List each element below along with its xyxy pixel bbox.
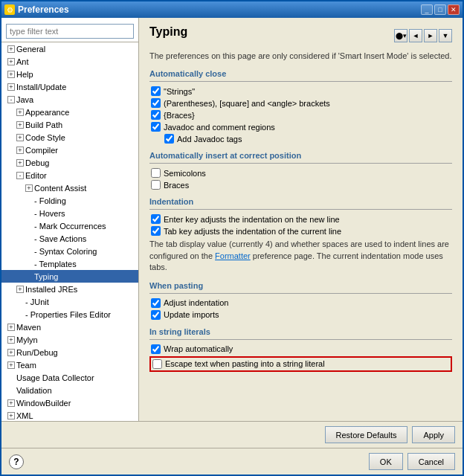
checkbox-javadoc-tags-label: Add Javadoc tags [177,135,242,144]
expand-icon-compiler: + [16,147,24,154]
sidebar-item-hovers[interactable]: - Hovers [1,207,138,219]
close-button[interactable]: ✕ [448,4,460,15]
checkbox-parens-label: (Parentheses), [square] and <angle> brac… [164,99,330,108]
sidebar-label-code-style: Code Style [25,133,65,142]
checkbox-braces-input[interactable] [151,110,161,120]
cancel-button[interactable]: Cancel [407,453,455,470]
sidebar-item-mylyn[interactable]: + Mylyn [1,333,138,346]
nav-buttons: ⬤▾ ◄ ► ▼ [394,29,452,42]
apply-button[interactable]: Apply [412,426,455,443]
sidebar-item-content-assist[interactable]: + Content Assist [1,181,138,194]
sidebar-label-mylyn: Mylyn [16,335,38,344]
sidebar-item-templates[interactable]: - Templates [1,257,138,270]
checkbox-adjust-indentation-input[interactable] [151,298,161,308]
sidebar-label-build-path: Build Path [25,120,62,129]
expand-icon-xml: + [7,412,15,419]
window-title: Preferences [18,4,418,15]
sidebar-item-typing[interactable]: Typing [1,270,138,283]
forward2-button[interactable]: ► [424,29,437,42]
checkbox-javadoc: Javadoc and comment regions [149,122,452,132]
sidebar-item-code-style[interactable]: + Code Style [1,131,138,144]
sidebar-label-help: Help [16,70,33,79]
checkbox-enter-key-input[interactable] [151,214,161,224]
sidebar-item-appearance[interactable]: + Appearance [1,106,138,118]
sidebar-item-usage-data[interactable]: Usage Data Collector [1,371,138,384]
expand-icon-general: + [7,45,15,53]
sidebar-label-xml: XML [16,411,33,420]
action-bar: Restore Defaults Apply [1,421,463,448]
back-button[interactable]: ⬤▾ [394,29,407,42]
checkbox-escape-text-input[interactable] [152,359,162,369]
sidebar-item-compiler[interactable]: + Compiler [1,144,138,156]
sidebar-label-debug: Debug [25,158,49,167]
sidebar-label-properties: - Properties Files Editor [25,310,111,319]
sidebar-item-syntax-coloring[interactable]: - Syntax Coloring [1,245,138,257]
main-area: + General + Ant + Help + Install/Update … [1,18,463,421]
sidebar-label-mark-occurrences: - Mark Occurrences [34,222,106,231]
sidebar-item-installed-jres[interactable]: + Installed JREs [1,283,138,295]
checkbox-parens-input[interactable] [151,98,161,108]
sidebar-item-folding[interactable]: - Folding [1,194,138,207]
sidebar-item-help[interactable]: + Help [1,68,138,80]
formatter-link[interactable]: Formatter [215,251,251,260]
sidebar-item-java[interactable]: - Java [1,93,138,106]
checkbox-javadoc-label: Javadoc and comment regions [164,123,275,132]
checkbox-semicolons-label: Semicolons [164,169,206,178]
help-button[interactable]: ? [9,454,24,469]
dropdown-button[interactable]: ▼ [439,29,452,42]
sidebar-label-compiler: Compiler [25,146,58,155]
sidebar-label-editor: Editor [25,171,47,180]
when-pasting-label: When pasting [149,281,452,290]
forward-button[interactable]: ◄ [409,29,422,42]
checkbox-javadoc-input[interactable] [151,122,161,132]
checkbox-update-imports-input[interactable] [151,310,161,320]
checkbox-semicolons-input[interactable] [151,168,161,178]
checkbox-update-imports: Update imports [149,310,452,320]
description-text: The preferences on this page are only co… [149,51,452,62]
sidebar-item-build-path[interactable]: + Build Path [1,118,138,131]
sidebar-item-maven[interactable]: + Maven [1,321,138,333]
sidebar-item-install-update[interactable]: + Install/Update [1,80,138,93]
maximize-button[interactable]: □ [434,4,446,15]
sidebar-item-run-debug[interactable]: + Run/Debug [1,346,138,358]
ok-button[interactable]: OK [369,453,403,470]
checkbox-escape-text-row: Escape text when pasting into a string l… [149,356,452,372]
checkbox-wrap-automatically-input[interactable] [151,344,161,354]
sidebar-item-team[interactable]: + Team [1,358,138,371]
sidebar-label-maven: Maven [16,323,41,332]
checkbox-tab-key: Tab key adjusts the indentation of the c… [149,226,452,236]
expand-icon-help: + [7,71,15,78]
sidebar-item-general[interactable]: + General [1,42,138,55]
sidebar: + General + Ant + Help + Install/Update … [1,18,139,421]
expand-icon-editor: - [16,172,24,179]
sidebar-label-validation: Validation [16,386,52,395]
sidebar-label-appearance: Appearance [25,108,69,117]
sidebar-item-mark-occurrences[interactable]: - Mark Occurrences [1,219,138,232]
sidebar-item-xml[interactable]: + XML [1,409,138,421]
expand-icon-debug: + [16,159,24,167]
restore-defaults-button[interactable]: Restore Defaults [325,426,408,443]
sidebar-label-save-actions: - Save Actions [34,234,86,243]
sidebar-item-save-actions[interactable]: - Save Actions [1,232,138,245]
minimize-button[interactable]: _ [421,4,433,15]
sidebar-item-windowbuilder[interactable]: + WindowBuilder [1,396,138,409]
sidebar-label-hovers: - Hovers [34,209,65,218]
sidebar-item-validation[interactable]: Validation [1,384,138,396]
sidebar-label-typing: Typing [34,272,58,281]
sidebar-label-team: Team [16,361,36,370]
sidebar-item-debug[interactable]: + Debug [1,156,138,169]
checkbox-braces2-input[interactable] [151,180,161,190]
sidebar-item-properties[interactable]: - Properties Files Editor [1,308,138,321]
title-bar: ⚙ Preferences _ □ ✕ [1,1,463,18]
checkbox-adjust-indentation: Adjust indentation [149,298,452,308]
checkbox-javadoc-tags-input[interactable] [164,134,174,144]
sidebar-item-editor[interactable]: - Editor [1,169,138,181]
checkbox-tab-key-input[interactable] [151,226,161,236]
checkbox-strings-input[interactable] [151,86,161,96]
sidebar-item-junit[interactable]: - JUnit [1,295,138,308]
checkbox-braces2-label: Braces [164,181,189,190]
checkbox-braces: {Braces} [149,110,452,120]
checkbox-wrap-automatically-label: Wrap automatically [164,344,233,353]
sidebar-item-ant[interactable]: + Ant [1,55,138,68]
filter-input[interactable] [6,24,134,39]
